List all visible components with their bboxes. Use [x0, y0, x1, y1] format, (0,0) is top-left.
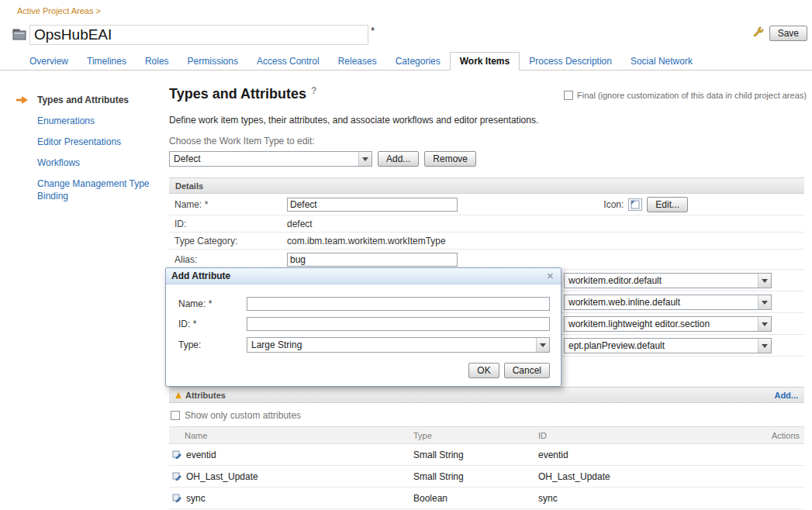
sidebar-item-label: Workflows	[37, 157, 80, 168]
sidebar-item-label: Types and Attributes	[37, 95, 129, 105]
project-title-area: OpsHubEAI *	[12, 25, 375, 45]
cancel-button[interactable]: Cancel	[504, 363, 550, 378]
edit-icon-button[interactable]: Edit...	[647, 197, 688, 212]
column-header-actions: Actions	[756, 431, 804, 440]
attribute-id: eventid	[538, 450, 756, 460]
dropdown-arrow-icon	[758, 339, 771, 353]
sidebar-item-label: Change Management Type Binding	[37, 178, 150, 202]
dropdown-arrow-icon	[536, 338, 549, 352]
dialog-title: Add Attribute	[171, 271, 230, 281]
tab-permissions[interactable]: Permissions	[178, 53, 247, 70]
dialog-name-input[interactable]	[247, 297, 550, 311]
dialog-type-select[interactable]: Large String	[247, 337, 550, 353]
warning-icon	[175, 392, 181, 398]
table-row[interactable]: OH_Last_Update Small String OH_Last_Upda…	[169, 466, 804, 488]
inline-presentation-select[interactable]: workitem.web.inline.default	[564, 295, 772, 310]
attribute-type: Small String	[413, 471, 538, 482]
page-heading: Types and Attributes ?	[169, 85, 804, 102]
show-custom-attributes-checkbox[interactable]	[171, 411, 180, 420]
tab-work-items[interactable]: Work Items	[450, 52, 520, 71]
type-select-row: Defect Add... Remove	[169, 150, 804, 167]
attributes-table-header: Name Type ID Actions	[169, 426, 804, 444]
attribute-icon	[172, 470, 182, 483]
id-label: ID:	[174, 219, 287, 229]
sidebar-item-label: Editor Presentations	[37, 136, 121, 147]
tab-categories[interactable]: Categories	[386, 53, 450, 70]
editor-presentation-select[interactable]: workitem.editor.default	[564, 273, 772, 288]
help-icon[interactable]: ?	[311, 85, 316, 96]
alias-input[interactable]	[287, 253, 458, 267]
sidebar-item-enumerations[interactable]: Enumerations	[16, 115, 158, 127]
project-area-icon	[12, 28, 26, 43]
tab-timelines[interactable]: Timelines	[78, 53, 136, 70]
tab-roles[interactable]: Roles	[136, 53, 178, 70]
attribute-type: Boolean	[413, 493, 538, 504]
wrench-icon[interactable]	[752, 26, 764, 40]
sidebar-item-change-management-type-binding[interactable]: Change Management Type Binding	[16, 177, 158, 202]
presentation-value: workitem.editor.default	[568, 275, 755, 286]
name-label: Name: *	[174, 199, 287, 210]
tab-bar: Overview Timelines Roles Permissions Acc…	[0, 52, 812, 71]
save-button[interactable]: Save	[769, 26, 807, 41]
plan-preview-presentation-select[interactable]: ept.planPreview.default	[564, 338, 772, 353]
id-value: defect	[287, 219, 313, 229]
attribute-icon	[172, 449, 182, 461]
dialog-name-label: Name: *	[178, 298, 247, 309]
column-header-name: Name	[169, 431, 413, 440]
dialog-id-input[interactable]	[247, 317, 550, 331]
tab-overview[interactable]: Overview	[20, 53, 78, 70]
tab-process-description[interactable]: Process Description	[520, 53, 621, 70]
alias-label: Alias:	[174, 254, 287, 265]
project-area-admin-page: Active Project Areas > OpsHubEAI * Save …	[0, 0, 812, 510]
column-header-type: Type	[413, 431, 538, 440]
presentation-value: workitem.lightweight editor.section	[568, 319, 755, 329]
presentation-value: workitem.web.inline.default	[568, 297, 755, 308]
ok-button[interactable]: OK	[468, 363, 499, 378]
attribute-name: eventid	[186, 450, 216, 460]
close-icon[interactable]: ✕	[545, 271, 555, 281]
tab-access-control[interactable]: Access Control	[247, 53, 329, 70]
dialog-titlebar[interactable]: Add Attribute ✕	[166, 268, 561, 284]
remove-type-button[interactable]: Remove	[424, 151, 476, 167]
attributes-header-label: Attributes	[185, 391, 226, 400]
sidebar-item-workflows[interactable]: Workflows	[16, 157, 158, 169]
attribute-name: OH_Last_Update	[186, 471, 258, 482]
column-header-id: ID	[538, 431, 756, 440]
type-category-value: com.ibm.team.workitem.workItemType	[287, 236, 446, 246]
sidebar-item-editor-presentations[interactable]: Editor Presentations	[16, 136, 158, 148]
name-row: Name: * Icon: Edit...	[169, 194, 804, 215]
dialog-type-label: Type:	[178, 339, 247, 350]
attribute-name: sync	[186, 493, 206, 504]
add-attribute-dialog: Add Attribute ✕ Name: * ID: * Type: Larg…	[165, 267, 561, 387]
work-item-type-select[interactable]: Defect	[169, 151, 372, 167]
name-input[interactable]	[287, 198, 458, 212]
tab-releases[interactable]: Releases	[329, 53, 386, 70]
attribute-id: OH_Last_Update	[538, 471, 756, 482]
add-attribute-link[interactable]: Add...	[774, 391, 798, 400]
choose-type-label: Choose the Work Item Type to edit:	[169, 136, 804, 146]
dropdown-arrow-icon	[358, 152, 371, 166]
dropdown-arrow-icon	[758, 317, 771, 331]
project-title-field[interactable]: OpsHubEAI	[29, 25, 368, 45]
type-category-row: Type Category: com.ibm.team.workitem.wor…	[169, 233, 804, 250]
unsaved-changes-marker: *	[371, 25, 375, 36]
attribute-type: Small String	[413, 450, 538, 460]
lightweight-presentation-select[interactable]: workitem.lightweight editor.section	[564, 316, 772, 332]
dropdown-arrow-icon	[758, 274, 771, 288]
table-row[interactable]: eventid Small String eventid	[169, 444, 804, 466]
dropdown-arrow-icon	[758, 295, 771, 309]
dialog-id-label: ID: *	[178, 319, 247, 329]
current-section-arrow-icon	[16, 95, 29, 108]
table-row[interactable]: sync Boolean sync	[169, 488, 804, 509]
type-category-label: Type Category:	[174, 236, 287, 246]
tab-social-network[interactable]: Social Network	[621, 53, 702, 70]
breadcrumb[interactable]: Active Project Areas >	[17, 6, 101, 16]
work-items-sidebar: Types and Attributes Enumerations Editor…	[16, 94, 158, 211]
details-header-label: Details	[175, 181, 203, 191]
sidebar-item-types-and-attributes[interactable]: Types and Attributes	[16, 94, 158, 106]
dialog-type-value: Large String	[251, 339, 533, 350]
save-area: Save	[752, 26, 807, 41]
show-custom-attributes-label: Show only custom attributes	[185, 410, 301, 421]
presentation-value: ept.planPreview.default	[568, 340, 755, 351]
add-type-button[interactable]: Add...	[378, 151, 419, 167]
